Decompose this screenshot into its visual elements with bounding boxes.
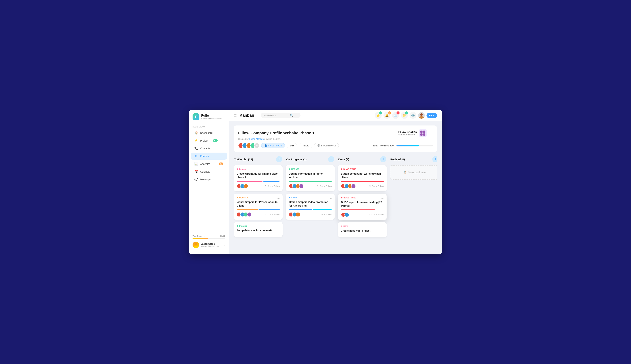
chevron-down-icon: ▾	[433, 114, 435, 117]
card-title: Button contact not working when clikced	[341, 172, 384, 179]
header: ☰ Kanban 🔍 ⭐ 46 🔔 10 ✉️ 1	[229, 110, 442, 121]
column-todo-add-button[interactable]: +	[276, 156, 282, 162]
sidebar-item-project[interactable]: ⚡ Project 67 ›	[191, 137, 227, 144]
card-title: Create wireframe for landing page phase …	[237, 172, 280, 179]
lang-button[interactable]: EN ▾	[427, 113, 437, 118]
card-bar	[289, 209, 312, 210]
company-name: Fillow Studios	[398, 130, 417, 134]
total-progress-track	[396, 144, 433, 146]
folder-icon: 📁	[402, 114, 406, 117]
star-button[interactable]: ⭐ 46	[375, 112, 382, 119]
card-menu-icon[interactable]: ···	[277, 197, 280, 200]
card-menu-icon[interactable]: ···	[329, 197, 332, 200]
edit-button[interactable]: Edit	[287, 143, 297, 148]
calendar-icon: 📅	[194, 170, 198, 173]
board-more-icon[interactable]: ⋮	[429, 131, 433, 135]
card-title: Setup database for create API	[237, 229, 280, 232]
tag-dot	[237, 168, 238, 170]
comments-button[interactable]: 💬 53 Comments	[314, 143, 339, 148]
private-button[interactable]: Private	[299, 143, 312, 148]
column-onprogress-add-button[interactable]: +	[328, 156, 334, 162]
column-onprogress-header: On Progress (2) +	[286, 156, 335, 163]
search-input[interactable]	[263, 114, 289, 117]
home-icon: 🏠	[194, 131, 198, 134]
card-avatars	[341, 184, 356, 188]
bell-icon: 🔔	[385, 114, 389, 117]
column-done-add-button[interactable]: +	[380, 156, 386, 162]
card-tag: BUGS FIXING	[341, 196, 356, 199]
move-card-placeholder[interactable]: 📋 Move card here	[390, 165, 437, 180]
card-footer: ⏱ Due in 5 days	[237, 184, 280, 188]
sidebar: F Fujjo Saas Admin Dashboard Main Menu 🏠…	[189, 110, 229, 254]
company-logo	[419, 129, 427, 137]
column-revised-header: Revised (0) +	[390, 156, 437, 163]
column-onprogress-title: On Progress (2)	[286, 158, 307, 161]
avatar-more: 5+	[254, 143, 260, 148]
card-bar	[237, 181, 263, 182]
sidebar-item-kanban[interactable]: ⊞ Kanban	[191, 152, 227, 160]
card-bar	[259, 209, 280, 210]
card-footer: ⏱ Due in 5 days	[237, 212, 280, 217]
card-menu-icon[interactable]: ···	[381, 197, 384, 200]
user-name: Jacob Stone	[201, 242, 219, 245]
card-bar	[237, 209, 258, 210]
card-tag-row: BUGS FIXING ···	[341, 168, 384, 172]
card-menu-icon[interactable]: ···	[277, 168, 280, 172]
card-menu-icon[interactable]: ···	[329, 168, 332, 172]
sidebar-item-dashboard[interactable]: 🏠 Dashboard	[191, 129, 227, 136]
card-tag: Design	[237, 168, 246, 170]
invite-people-button[interactable]: 👤 Invite People	[261, 143, 285, 148]
sidebar-item-analytics[interactable]: 📊 Analytics 10	[191, 160, 227, 168]
sidebar-item-label: Kanban	[200, 155, 209, 158]
company-sub: Software House	[398, 134, 417, 136]
tag-dot	[237, 225, 238, 226]
messages-icon: 💬	[194, 178, 198, 181]
mail-button[interactable]: ✉️ 1	[392, 112, 399, 119]
card-done-1: BUGS FIXING ··· Button contact not worki…	[338, 165, 387, 192]
card-menu-icon[interactable]: ···	[381, 168, 384, 172]
invite-icon: 👤	[264, 144, 267, 147]
svg-point-0	[194, 243, 197, 246]
sidebar-item-messages[interactable]: 💬 Messages	[191, 176, 227, 183]
tag-dot	[289, 168, 290, 170]
card-tag: Databse	[237, 225, 247, 227]
bell-button[interactable]: 🔔 10	[383, 112, 390, 119]
search-box[interactable]: 🔍	[261, 113, 301, 118]
folder-button[interactable]: 📁 72	[401, 112, 408, 119]
sidebar-item-label: Contacts	[200, 147, 210, 150]
svg-point-1	[194, 246, 198, 248]
kanban-icon: ⊞	[194, 154, 198, 158]
card-avatars	[341, 212, 349, 217]
clock-icon: ⏱	[369, 214, 371, 216]
card-avatars	[289, 184, 304, 188]
card-footer: ⏱ Due in 3 days	[341, 184, 384, 188]
card-title: Motion Graphic Video Promotion for Adver…	[289, 200, 332, 208]
card-menu-icon[interactable]: ···	[381, 226, 384, 229]
avatar	[296, 212, 300, 217]
analytics-icon: 📊	[194, 162, 198, 166]
card-menu-icon[interactable]: ···	[277, 225, 280, 228]
project-badge: 67	[213, 139, 218, 142]
menu-icon[interactable]: ☰	[234, 114, 237, 117]
column-todo-header: To-Do List (24) +	[234, 156, 283, 163]
user-avatar-header[interactable]	[418, 112, 425, 118]
task-progress-count: 22/47	[220, 235, 225, 237]
analytics-badge: 10	[219, 162, 223, 165]
column-done: Done (3) + BUGS FIXING ··· Button contac	[338, 156, 387, 238]
created-by-link[interactable]: Logan Manson	[249, 138, 264, 140]
gear-button[interactable]: ⚙️	[409, 112, 416, 119]
card-avatars	[289, 212, 300, 217]
sidebar-item-calendar[interactable]: 📅 Calendar ›	[191, 168, 227, 175]
total-progress-fill	[396, 144, 419, 146]
card-title: Update information in footer section	[289, 172, 332, 179]
sidebar-item-contacts[interactable]: 📞 Contacts	[191, 145, 227, 152]
card-footer: ⏱ Due in 5 days	[341, 212, 384, 217]
star-icon: ⭐	[376, 114, 380, 117]
column-revised-add-button[interactable]: +	[432, 156, 437, 162]
card-footer: ⏱ Due in 4 days	[289, 212, 332, 217]
card-tag: HTML	[341, 225, 349, 227]
card-avatars	[237, 212, 252, 217]
sidebar-user[interactable]: Jacob Stone jacobs23@mail.com ⌄	[189, 239, 229, 250]
board-actions: 5+ 👤 Invite People Edit Private 💬 53 C	[238, 143, 433, 148]
card-title: BUGS report from user testing [25 Points…	[341, 200, 384, 208]
